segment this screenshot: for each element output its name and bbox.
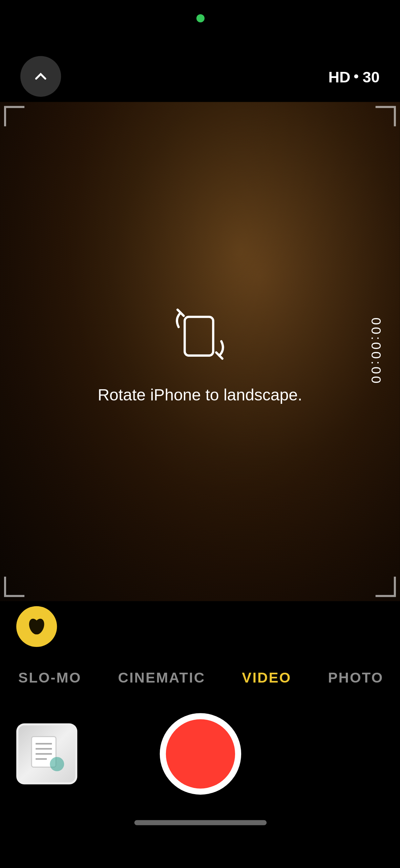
home-indicator bbox=[0, 805, 400, 840]
shutter-row bbox=[0, 703, 400, 805]
corner-bracket-tl bbox=[4, 106, 24, 126]
rotate-icon bbox=[164, 298, 235, 370]
mode-video[interactable]: VIDEO bbox=[224, 669, 310, 686]
mode-slo-mo[interactable]: SLO-MO bbox=[0, 669, 100, 686]
gallery-thumbnail[interactable] bbox=[16, 723, 77, 784]
shutter-button-inner bbox=[165, 719, 234, 788]
rotate-prompt: Rotate iPhone to landscape. bbox=[98, 298, 302, 404]
svg-point-8 bbox=[50, 757, 64, 771]
camera-app: HD 30 Rotate iPhone to landscape. bbox=[0, 0, 400, 868]
viewfinder: Rotate iPhone to landscape. 00:00:00 bbox=[0, 102, 400, 601]
status-dot bbox=[196, 14, 204, 22]
corner-bracket-tr bbox=[376, 106, 396, 126]
flash-button[interactable] bbox=[16, 606, 57, 647]
quality-label: HD bbox=[328, 68, 350, 85]
home-bar bbox=[134, 820, 266, 825]
quality-indicator[interactable]: HD 30 bbox=[328, 68, 379, 85]
top-controls: HD 30 bbox=[0, 51, 400, 102]
mode-selector: SLO-MO CINEMATIC VIDEO PHOTO PORTRAIT bbox=[0, 652, 400, 703]
mode-photo[interactable]: PHOTO bbox=[310, 669, 400, 686]
rotate-message: Rotate iPhone to landscape. bbox=[98, 386, 302, 405]
corner-bracket-br bbox=[376, 577, 396, 597]
thumbnail-image bbox=[18, 725, 75, 782]
shutter-button[interactable] bbox=[159, 713, 240, 794]
settings-row bbox=[0, 601, 400, 652]
collapse-button[interactable] bbox=[20, 56, 61, 97]
quality-separator bbox=[355, 74, 359, 78]
corner-bracket-bl bbox=[4, 577, 24, 597]
fps-label: 30 bbox=[363, 68, 380, 85]
status-bar bbox=[0, 0, 400, 51]
svg-rect-0 bbox=[185, 317, 213, 355]
mode-cinematic[interactable]: CINEMATIC bbox=[100, 669, 224, 686]
timer-display: 00:00:00 bbox=[369, 318, 384, 386]
